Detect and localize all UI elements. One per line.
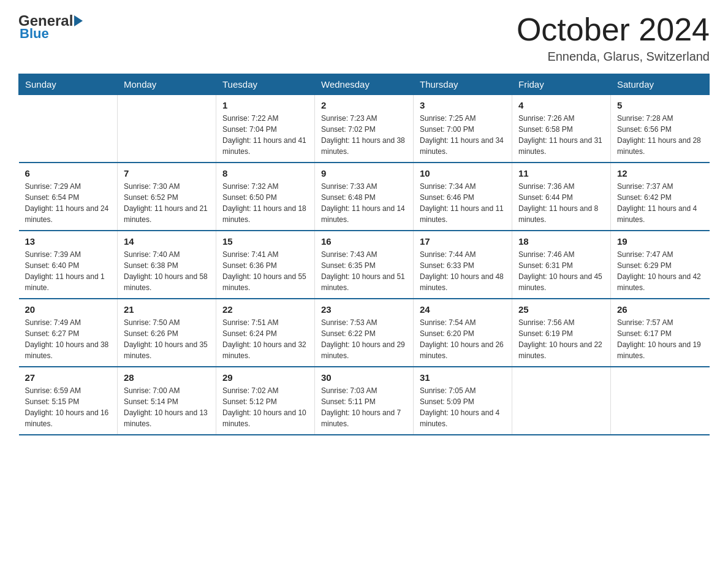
day-info: Sunrise: 7:23 AMSunset: 7:02 PMDaylight:… xyxy=(321,113,407,157)
day-number: 3 xyxy=(420,100,506,110)
day-info: Sunrise: 7:47 AMSunset: 6:29 PMDaylight:… xyxy=(617,249,703,293)
month-title: October 2024 xyxy=(517,12,710,47)
day-number: 25 xyxy=(518,304,604,315)
day-cell: 20Sunrise: 7:49 AMSunset: 6:27 PMDayligh… xyxy=(19,299,118,367)
day-number: 24 xyxy=(420,304,506,315)
day-info: Sunrise: 7:51 AMSunset: 6:24 PMDaylight:… xyxy=(222,317,308,361)
day-number: 29 xyxy=(222,372,308,383)
day-cell: 3Sunrise: 7:25 AMSunset: 7:00 PMDaylight… xyxy=(414,95,512,163)
day-cell: 29Sunrise: 7:02 AMSunset: 5:12 PMDayligh… xyxy=(216,367,315,435)
logo-blue-text: Blue xyxy=(18,26,83,42)
day-cell: 15Sunrise: 7:41 AMSunset: 6:36 PMDayligh… xyxy=(216,231,315,299)
calendar-header: SundayMondayTuesdayWednesdayThursdayFrid… xyxy=(19,74,710,95)
day-number: 1 xyxy=(222,100,308,110)
day-cell: 22Sunrise: 7:51 AMSunset: 6:24 PMDayligh… xyxy=(216,299,315,367)
day-cell xyxy=(611,367,710,435)
day-info: Sunrise: 7:50 AMSunset: 6:26 PMDaylight:… xyxy=(124,317,210,361)
day-cell: 18Sunrise: 7:46 AMSunset: 6:31 PMDayligh… xyxy=(512,231,611,299)
day-info: Sunrise: 7:40 AMSunset: 6:38 PMDaylight:… xyxy=(124,249,210,293)
day-cell: 19Sunrise: 7:47 AMSunset: 6:29 PMDayligh… xyxy=(611,231,710,299)
day-cell: 13Sunrise: 7:39 AMSunset: 6:40 PMDayligh… xyxy=(19,231,118,299)
calendar-table: SundayMondayTuesdayWednesdayThursdayFrid… xyxy=(18,74,710,435)
day-cell: 17Sunrise: 7:44 AMSunset: 6:33 PMDayligh… xyxy=(414,231,512,299)
day-number: 11 xyxy=(518,168,604,178)
day-info: Sunrise: 7:25 AMSunset: 7:00 PMDaylight:… xyxy=(420,113,506,157)
day-info: Sunrise: 7:30 AMSunset: 6:52 PMDaylight:… xyxy=(124,181,210,225)
day-info: Sunrise: 7:29 AMSunset: 6:54 PMDaylight:… xyxy=(25,181,112,225)
day-cell: 27Sunrise: 6:59 AMSunset: 5:15 PMDayligh… xyxy=(19,367,118,435)
day-cell: 8Sunrise: 7:32 AMSunset: 6:50 PMDaylight… xyxy=(216,163,315,231)
day-info: Sunrise: 7:57 AMSunset: 6:17 PMDaylight:… xyxy=(617,317,703,361)
day-cell: 31Sunrise: 7:05 AMSunset: 5:09 PMDayligh… xyxy=(414,367,512,435)
day-cell: 10Sunrise: 7:34 AMSunset: 6:46 PMDayligh… xyxy=(414,163,512,231)
day-cell xyxy=(19,95,118,163)
day-cell: 14Sunrise: 7:40 AMSunset: 6:38 PMDayligh… xyxy=(118,231,216,299)
day-number: 8 xyxy=(222,168,308,178)
day-cell: 5Sunrise: 7:28 AMSunset: 6:56 PMDaylight… xyxy=(611,95,710,163)
header-row: SundayMondayTuesdayWednesdayThursdayFrid… xyxy=(19,74,710,95)
day-info: Sunrise: 7:49 AMSunset: 6:27 PMDaylight:… xyxy=(25,317,112,361)
day-number: 2 xyxy=(321,100,407,110)
day-cell xyxy=(512,367,611,435)
day-number: 5 xyxy=(617,100,703,110)
day-info: Sunrise: 7:53 AMSunset: 6:22 PMDaylight:… xyxy=(321,317,407,361)
day-number: 17 xyxy=(420,236,506,247)
day-info: Sunrise: 7:32 AMSunset: 6:50 PMDaylight:… xyxy=(222,181,308,225)
header-cell-saturday: Saturday xyxy=(611,74,710,95)
header-cell-thursday: Thursday xyxy=(414,74,512,95)
logo: General Blue xyxy=(18,12,83,42)
day-info: Sunrise: 6:59 AMSunset: 5:15 PMDaylight:… xyxy=(25,385,112,429)
day-cell: 2Sunrise: 7:23 AMSunset: 7:02 PMDaylight… xyxy=(315,95,414,163)
day-cell: 25Sunrise: 7:56 AMSunset: 6:19 PMDayligh… xyxy=(512,299,611,367)
day-cell: 1Sunrise: 7:22 AMSunset: 7:04 PMDaylight… xyxy=(216,95,315,163)
day-info: Sunrise: 7:33 AMSunset: 6:48 PMDaylight:… xyxy=(321,181,407,225)
day-number: 12 xyxy=(617,168,703,178)
day-number: 31 xyxy=(420,372,506,383)
day-cell: 6Sunrise: 7:29 AMSunset: 6:54 PMDaylight… xyxy=(19,163,118,231)
day-info: Sunrise: 7:41 AMSunset: 6:36 PMDaylight:… xyxy=(222,249,308,293)
day-cell: 28Sunrise: 7:00 AMSunset: 5:14 PMDayligh… xyxy=(118,367,216,435)
location-title: Ennenda, Glarus, Switzerland xyxy=(517,50,710,64)
day-number: 26 xyxy=(617,304,703,315)
week-row-2: 13Sunrise: 7:39 AMSunset: 6:40 PMDayligh… xyxy=(19,231,710,299)
day-info: Sunrise: 7:02 AMSunset: 5:12 PMDaylight:… xyxy=(222,385,308,429)
day-cell: 23Sunrise: 7:53 AMSunset: 6:22 PMDayligh… xyxy=(315,299,414,367)
day-info: Sunrise: 7:22 AMSunset: 7:04 PMDaylight:… xyxy=(222,113,308,157)
day-cell xyxy=(118,95,216,163)
day-info: Sunrise: 7:54 AMSunset: 6:20 PMDaylight:… xyxy=(420,317,506,361)
day-info: Sunrise: 7:44 AMSunset: 6:33 PMDaylight:… xyxy=(420,249,506,293)
week-row-4: 27Sunrise: 6:59 AMSunset: 5:15 PMDayligh… xyxy=(19,367,710,435)
day-info: Sunrise: 7:46 AMSunset: 6:31 PMDaylight:… xyxy=(518,249,604,293)
day-number: 19 xyxy=(617,236,703,247)
day-number: 9 xyxy=(321,168,407,178)
day-info: Sunrise: 7:56 AMSunset: 6:19 PMDaylight:… xyxy=(518,317,604,361)
day-cell: 12Sunrise: 7:37 AMSunset: 6:42 PMDayligh… xyxy=(611,163,710,231)
day-cell: 16Sunrise: 7:43 AMSunset: 6:35 PMDayligh… xyxy=(315,231,414,299)
page-header: General Blue October 2024 Ennenda, Glaru… xyxy=(18,12,710,64)
week-row-3: 20Sunrise: 7:49 AMSunset: 6:27 PMDayligh… xyxy=(19,299,710,367)
day-number: 28 xyxy=(124,372,210,383)
day-number: 20 xyxy=(25,304,112,315)
header-cell-friday: Friday xyxy=(512,74,611,95)
day-number: 4 xyxy=(518,100,604,110)
day-info: Sunrise: 7:37 AMSunset: 6:42 PMDaylight:… xyxy=(617,181,703,225)
day-cell: 21Sunrise: 7:50 AMSunset: 6:26 PMDayligh… xyxy=(118,299,216,367)
header-cell-monday: Monday xyxy=(118,74,216,95)
day-cell: 30Sunrise: 7:03 AMSunset: 5:11 PMDayligh… xyxy=(315,367,414,435)
header-cell-wednesday: Wednesday xyxy=(315,74,414,95)
day-number: 30 xyxy=(321,372,407,383)
day-number: 13 xyxy=(25,236,112,247)
day-number: 6 xyxy=(25,168,112,178)
day-number: 23 xyxy=(321,304,407,315)
calendar-body: 1Sunrise: 7:22 AMSunset: 7:04 PMDaylight… xyxy=(19,95,710,435)
header-cell-sunday: Sunday xyxy=(19,74,118,95)
day-number: 27 xyxy=(25,372,112,383)
day-number: 16 xyxy=(321,236,407,247)
day-cell: 11Sunrise: 7:36 AMSunset: 6:44 PMDayligh… xyxy=(512,163,611,231)
day-number: 15 xyxy=(222,236,308,247)
day-info: Sunrise: 7:36 AMSunset: 6:44 PMDaylight:… xyxy=(518,181,604,225)
day-number: 22 xyxy=(222,304,308,315)
day-number: 18 xyxy=(518,236,604,247)
logo-triangle-icon xyxy=(74,15,83,26)
day-cell: 9Sunrise: 7:33 AMSunset: 6:48 PMDaylight… xyxy=(315,163,414,231)
